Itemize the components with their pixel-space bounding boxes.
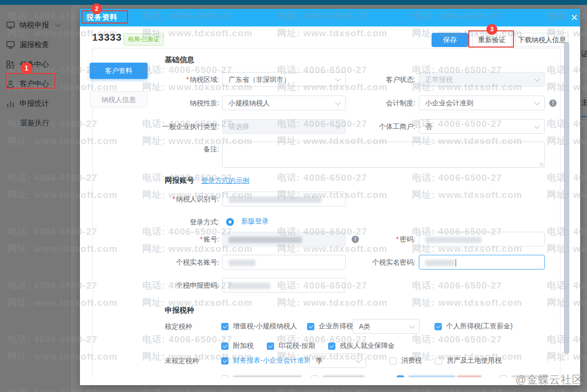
clipped-text — [233, 375, 302, 377]
checkbox-surtax[interactable]: 附加税 — [221, 339, 254, 353]
checkbox-vat[interactable]: 增值税-小规模纳税人 — [221, 319, 297, 334]
dialog-header: 税务资料 ✕ — [80, 9, 580, 26]
community-watermark: @金蝶云社区 — [515, 372, 583, 387]
section-heading-basic: 基础信息 — [165, 55, 194, 65]
checkbox-icon — [221, 357, 229, 365]
form-row: 备注: — [93, 142, 549, 168]
checkbox-corporate-income-tax[interactable]: 企业所得税 — [307, 319, 353, 334]
form-row: 附加税 印花税-按期 残疾人就业保障金 — [93, 339, 549, 353]
clipped-checkbox-row — [93, 371, 549, 377]
form-row: 登录方式: 新版登录 — [93, 215, 549, 229]
individual-business-select[interactable]: 否 — [419, 119, 545, 134]
required-mark: * — [200, 235, 203, 243]
section-heading-tax-types: 申报税种 — [165, 306, 194, 315]
redacted-value — [229, 260, 255, 266]
report-period-select[interactable]: 季 — [309, 353, 366, 368]
checkbox-icon — [328, 343, 335, 350]
checkbox-consumption-tax[interactable]: 消费税 — [389, 353, 422, 368]
field-label: 个税实名密码: — [299, 255, 415, 270]
info-icon[interactable]: ! — [549, 99, 557, 107]
form-row: *账号: ! *密码: — [93, 232, 549, 246]
corporate-tax-class-select[interactable]: A类 — [353, 319, 420, 334]
checkbox-stamp-tax[interactable]: 印花税-按期 — [267, 339, 315, 353]
text-cursor — [456, 259, 456, 267]
resize-handle[interactable] — [539, 162, 543, 166]
checkbox-icon — [221, 323, 229, 330]
form-row: *纳税人识别号: — [93, 192, 549, 206]
form-row: 纳税性质: 小规模纳税人 会计制度: 小企业会计准则 ! — [93, 96, 549, 110]
login-mode-radio[interactable] — [226, 218, 234, 226]
checkbox-icon — [389, 357, 397, 365]
chevron-down-icon — [356, 357, 361, 363]
field-label: *密码: — [299, 232, 415, 246]
checkbox-icon — [397, 375, 404, 378]
field-label: 备注: — [93, 142, 219, 156]
redacted-value — [229, 196, 322, 203]
download-taxpayer-info-button[interactable]: 下载纳税人信息 — [515, 33, 568, 47]
remark-textarea[interactable] — [222, 142, 545, 168]
field-label: 会计制度: — [299, 96, 415, 110]
required-mark: * — [396, 235, 399, 243]
annotation-badge-step1: 1 — [21, 62, 32, 74]
required-mark: * — [173, 195, 175, 203]
field-label: 核定税种 — [165, 319, 214, 334]
field-label: *纳税人识别号: — [93, 192, 219, 206]
checkbox-icon — [434, 323, 442, 330]
annotation-badge-step2: 2 — [91, 3, 102, 14]
tab-customer-info[interactable]: 客户资料 — [90, 63, 148, 79]
form-row: 核定税种 增值税-小规模纳税人 企业所得税 A类 个人所得税(工资薪金) — [93, 319, 549, 334]
clipped-text — [323, 375, 364, 377]
field-label: 个税实名账号: — [93, 255, 219, 270]
checkbox-icon — [311, 375, 318, 378]
clipped-checkbox[interactable] — [221, 371, 302, 377]
field-label: 登录方式: — [93, 215, 219, 229]
field-label: 一般企业执行类型: — [93, 119, 219, 134]
verified-status-badge: 税局-已验证 — [124, 33, 164, 46]
chevron-down-icon — [534, 76, 539, 81]
form-row: 未核定税种 财务报表-小企业会计准则 季 消费税 房产及土地使用税 — [93, 353, 549, 369]
annotation-box-step1 — [5, 73, 55, 89]
checkbox-financial-report[interactable]: 财务报表-小企业会计准则 — [221, 353, 311, 368]
field-label: 客户状态: — [299, 72, 415, 87]
customer-status-select: 正常报税 — [419, 72, 545, 87]
checkbox-disability-fund[interactable]: 残疾人就业保障金 — [328, 339, 395, 353]
clipped-text — [408, 375, 455, 377]
chevron-down-icon — [534, 99, 539, 105]
form-row: 个税申报密码: — [93, 278, 549, 293]
checkbox-property-land-tax[interactable]: 房产及土地使用税 — [435, 353, 502, 368]
clipped-checkbox[interactable] — [397, 371, 482, 377]
declare-password-input[interactable] — [222, 278, 346, 293]
checkbox-icon — [435, 357, 442, 365]
section-heading-web-account: 网报账号 登录方式的示例 — [165, 176, 249, 185]
scrollbar-thumb[interactable] — [564, 42, 569, 354]
customer-code: 13333 — [92, 32, 122, 43]
checkbox-icon — [221, 343, 229, 350]
redacted-value — [425, 237, 482, 243]
save-button[interactable]: 保存 — [432, 33, 468, 47]
redacted-value — [229, 283, 270, 289]
clipped-checkbox[interactable] — [311, 371, 364, 377]
checkbox-icon — [500, 375, 507, 378]
checkbox-personal-income-tax[interactable]: 个人所得税(工资薪金) — [434, 319, 512, 334]
field-label: 个税申报密码: — [93, 278, 219, 293]
form-row: *纳税区域: 广东省（非深圳市） 客户状态: 正常报税 — [93, 72, 549, 87]
password-input[interactable] — [419, 232, 545, 246]
tab-taxpayer-info[interactable]: 纳税人信息 — [90, 91, 148, 107]
checkbox-icon — [221, 375, 229, 378]
login-mode-option-label[interactable]: 新版登录 — [241, 217, 269, 226]
annotation-badge-step3: 3 — [486, 24, 497, 35]
form-row: 个税实名账号: 个税实名密码: — [93, 255, 549, 270]
close-icon[interactable]: ✕ — [568, 12, 580, 24]
chevron-down-icon — [534, 123, 539, 128]
field-label: 个体工商户: — [299, 119, 415, 134]
checkbox-icon — [307, 323, 314, 330]
redacted-value — [229, 237, 302, 243]
login-example-link[interactable]: 登录方式的示例 — [201, 176, 249, 184]
form-panel: 基础信息 *纳税区域: 广东省（非深圳市） 客户状态: 正常报税 纳税性质: 小… — [92, 48, 561, 377]
tax-info-dialog: 税务资料 ✕ 13333 税局-已验证 保存 重新验证 下载纳税人信息 客户资料… — [80, 9, 580, 385]
realname-password-input[interactable] — [419, 255, 545, 270]
redacted-value — [425, 260, 455, 266]
annotation-box-step2 — [81, 10, 128, 24]
accounting-system-select[interactable]: 小企业会计准则 — [419, 96, 545, 110]
taxpayer-id-input[interactable] — [222, 192, 346, 206]
